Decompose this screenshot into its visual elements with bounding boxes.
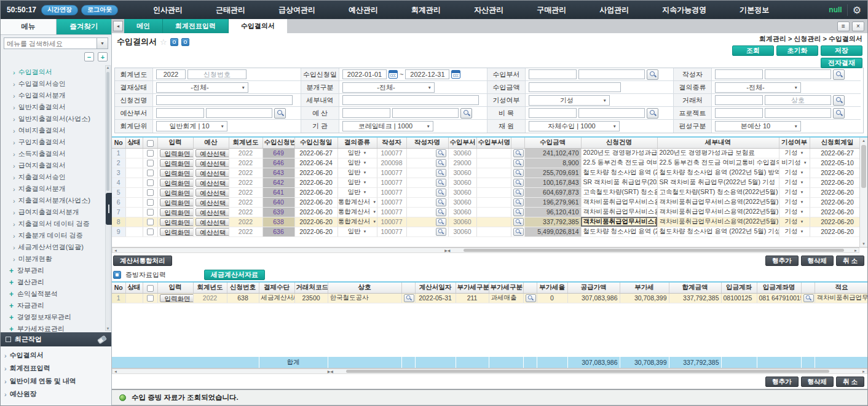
grid1-col-9[interactable]: 결의종류: [337, 138, 377, 148]
progress-combo[interactable]: 기성▼: [779, 207, 810, 217]
income-dept-code-input[interactable]: [529, 69, 577, 79]
budget-name-input[interactable]: [392, 108, 459, 118]
table-row[interactable]: 7입력화면예산선택20226392022-06-20통합계산서▼10007730…: [112, 207, 865, 217]
resolution-type-combo[interactable]: 통합계산서▼: [337, 197, 377, 207]
search-icon[interactable]: [436, 208, 446, 216]
sidebar-item-22[interactable]: +경영정보재무관리: [4, 311, 105, 323]
vendor-name-input[interactable]: [765, 95, 831, 105]
sidebar-item-16[interactable]: ›세금계산서연결(일괄): [4, 241, 105, 253]
grid2-horizontal-scrollbar[interactable]: ◄ ▶◀ ►: [112, 369, 867, 374]
fiscal-year-input[interactable]: [156, 69, 186, 79]
sidebar-collapse-handle[interactable]: [106, 193, 112, 225]
budget-select-button[interactable]: 예산선택: [195, 218, 229, 226]
checkbox[interactable]: [147, 160, 154, 166]
input-screen-button[interactable]: 입력화면: [160, 169, 194, 177]
tax-invoice-button[interactable]: 세금계산서자료: [204, 270, 265, 280]
search-icon[interactable]: [647, 69, 658, 80]
sidebar-item-11[interactable]: ›지출결의서분개: [4, 183, 105, 195]
doc-tab-1[interactable]: 메인: [124, 19, 163, 33]
scroll-down-icon[interactable]: ▼: [106, 327, 110, 330]
sidebar-item-8[interactable]: ›소득지출결의서: [4, 148, 105, 160]
recent-item-1[interactable]: ›수입결의서: [4, 349, 108, 362]
project-name-input[interactable]: [765, 108, 831, 118]
budget-select-button[interactable]: 예산선택: [195, 228, 229, 236]
expand-all-button[interactable]: +: [98, 52, 108, 61]
progress-select[interactable]: 기성▼: [529, 95, 610, 106]
approval-status-select[interactable]: -전체-▼: [156, 82, 248, 93]
grid2-col-15[interactable]: 부가세율: [537, 283, 567, 293]
resolution-type-combo[interactable]: 일반▼: [337, 178, 377, 187]
recent-item-2[interactable]: ›회계전표입력: [4, 362, 108, 375]
account-unit-select[interactable]: 일반회계 | 10▼: [156, 121, 227, 131]
favorite-star-icon[interactable]: ☆: [160, 37, 167, 47]
sidebar-item-18[interactable]: +장부관리: [4, 265, 105, 276]
grid1-vertical-scrollbar[interactable]: ▲ ▼: [859, 138, 867, 247]
progress-combo[interactable]: 기성▼: [779, 168, 810, 178]
org-select[interactable]: 코레일테크 | 1000▼: [342, 121, 433, 131]
nav-item-4[interactable]: 예산관리: [345, 2, 382, 18]
sidebar-item-10[interactable]: ›지출결의서승인: [4, 171, 105, 183]
search-icon[interactable]: [436, 179, 446, 187]
grid1-col-3[interactable]: [143, 138, 157, 148]
resolution-type-combo[interactable]: 통합계산서▼: [337, 217, 377, 227]
input-screen-button[interactable]: 입력화면: [160, 198, 194, 206]
e-approval-button[interactable]: 전자결재: [821, 58, 862, 68]
checkbox[interactable]: [147, 228, 154, 235]
grid2-col-2[interactable]: 상태: [125, 283, 143, 293]
request-title-input[interactable]: [156, 95, 293, 105]
table-row[interactable]: 1입력화면2022638세금계산서/..23500한국철도공사2022-05-3…: [112, 293, 867, 303]
recent-item-4[interactable]: ›예산원장: [4, 388, 108, 400]
scroll-up-icon[interactable]: ▲: [106, 66, 110, 69]
grid2-col-5[interactable]: 회계년도: [193, 283, 227, 293]
budget-select-button[interactable]: 예산선택: [195, 159, 229, 167]
checkbox[interactable]: [147, 179, 154, 186]
input-screen-button[interactable]: 입력화면: [160, 159, 194, 167]
table-row[interactable]: 3입력화면예산선택20226432022-06-20일반▼10007730060…: [112, 168, 865, 178]
scroll-left-icon[interactable]: ◄: [114, 369, 117, 374]
grid1-col-2[interactable]: 상태: [125, 138, 143, 148]
search-icon[interactable]: [513, 169, 524, 177]
sidebar-item-12[interactable]: ›지출결의서분개(사업소): [4, 195, 105, 206]
sidebar-item-20[interactable]: +손익실적분석: [4, 288, 105, 300]
search-icon[interactable]: [404, 294, 414, 302]
date-to-input[interactable]: [405, 69, 449, 79]
search-icon[interactable]: [513, 149, 524, 157]
progress-combo[interactable]: 기성▼: [779, 187, 810, 197]
grid1-col-18[interactable]: 기성여부: [779, 138, 810, 148]
grid1-col-14[interactable]: [511, 138, 524, 148]
nav-item-8[interactable]: 사업관리: [596, 2, 633, 18]
grid2-col-20[interactable]: 입금계좌명: [757, 283, 801, 293]
search-icon[interactable]: [803, 294, 814, 302]
search-icon[interactable]: [513, 228, 524, 236]
budget-class-select[interactable]: 본예산 10▼: [715, 121, 801, 131]
checkbox[interactable]: [147, 209, 154, 216]
search-icon[interactable]: [513, 189, 524, 197]
input-screen-button[interactable]: 입력화면: [160, 218, 194, 226]
logout-button[interactable]: 로그아웃: [81, 5, 118, 15]
sidebar-item-7[interactable]: ›구입지출결의서: [4, 136, 105, 148]
grid2-col-14[interactable]: [523, 283, 537, 293]
collapse-all-button[interactable]: −: [84, 52, 94, 61]
split-scroll-icons[interactable]: ▶◀: [328, 369, 333, 374]
grid1-col-5[interactable]: 예산: [193, 138, 229, 148]
scrollbar-thumb[interactable]: [861, 145, 866, 188]
grid1-col-12[interactable]: 수입부서: [448, 138, 476, 148]
sidebar-item-13[interactable]: ›급여지출결의서분개: [4, 206, 105, 218]
grid2-col-19[interactable]: 입금계좌: [721, 283, 757, 293]
search-icon[interactable]: [436, 159, 446, 167]
search-icon[interactable]: [513, 159, 524, 167]
input-screen-button[interactable]: 입력화면: [160, 228, 194, 236]
checkbox[interactable]: [147, 199, 154, 206]
budget-select-button[interactable]: 예산선택: [195, 198, 229, 206]
grid1-col-1[interactable]: No: [112, 138, 125, 148]
budget-dept-name-input[interactable]: [206, 108, 272, 118]
budget-select-button[interactable]: 예산선택: [195, 189, 229, 197]
project-code-input[interactable]: [715, 108, 763, 118]
save-button[interactable]: 저장: [821, 45, 862, 56]
resolution-type-combo[interactable]: 일반▼: [337, 158, 377, 168]
search-icon[interactable]: [513, 218, 524, 226]
scrollbar-thumb[interactable]: [464, 249, 844, 252]
input-screen-button[interactable]: 입력화면: [160, 179, 194, 187]
writer-code-input[interactable]: [715, 69, 763, 79]
search-icon[interactable]: [513, 179, 524, 187]
